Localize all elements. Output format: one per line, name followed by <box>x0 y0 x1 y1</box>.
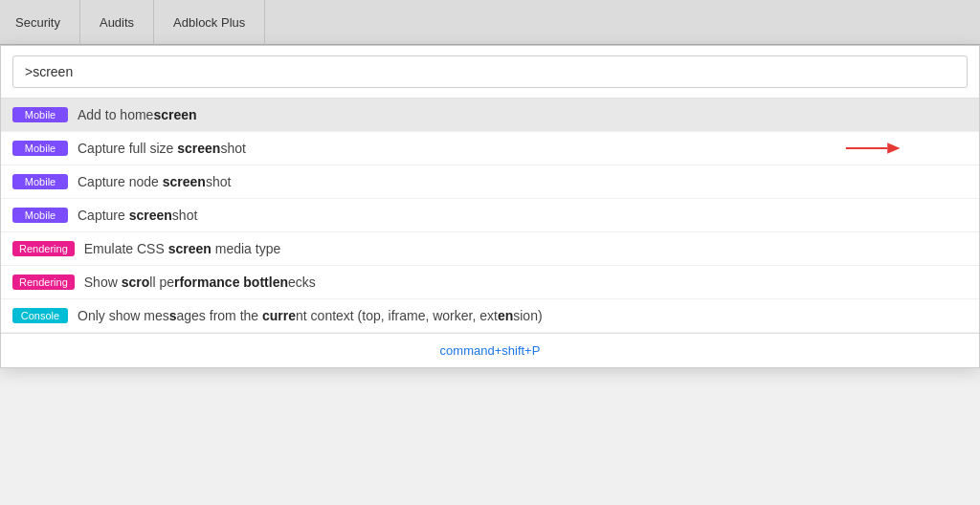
palette-footer: command+shift+P <box>1 333 979 367</box>
tab-security-label: Security <box>15 15 60 30</box>
tab-audits[interactable]: Audits <box>80 0 154 45</box>
list-item[interactable]: Mobile Capture full size screenshot <box>1 132 979 165</box>
badge-rendering: Rendering <box>12 241 75 256</box>
tab-adblock[interactable]: Adblock Plus <box>154 0 265 45</box>
list-item[interactable]: Mobile Capture node screenshot <box>1 165 979 199</box>
results-list: Mobile Add to homescreen Mobile Capture … <box>1 99 979 333</box>
list-item[interactable]: Rendering Show scroll performance bottle… <box>1 266 979 299</box>
tab-audits-label: Audits <box>100 15 134 30</box>
red-arrow-icon <box>845 139 902 158</box>
result-text: Capture full size screenshot <box>78 141 246 156</box>
badge-rendering: Rendering <box>12 274 75 290</box>
badge-mobile: Mobile <box>12 174 68 189</box>
command-palette: Mobile Add to homescreen Mobile Capture … <box>0 45 980 368</box>
result-text: Show scroll performance bottlenecks <box>84 274 316 290</box>
list-item[interactable]: Mobile Add to homescreen <box>1 99 979 132</box>
svg-marker-1 <box>887 143 900 154</box>
result-text: Emulate CSS screen media type <box>84 241 280 256</box>
search-area <box>1 46 979 99</box>
result-text: Only show messages from the current cont… <box>78 308 543 323</box>
badge-mobile: Mobile <box>12 107 68 122</box>
list-item[interactable]: Mobile Capture screenshot <box>1 199 979 232</box>
badge-mobile: Mobile <box>12 208 68 223</box>
shortcut-label: command+shift+P <box>440 343 541 358</box>
list-item[interactable]: Console Only show messages from the curr… <box>1 299 979 333</box>
tab-bar: Security Audits Adblock Plus <box>0 0 980 45</box>
badge-mobile: Mobile <box>12 141 68 156</box>
tab-security[interactable]: Security <box>8 0 80 45</box>
result-text: Capture node screenshot <box>78 174 231 189</box>
badge-console: Console <box>12 308 68 323</box>
result-text: Add to homescreen <box>78 107 197 122</box>
result-text: Capture screenshot <box>78 208 197 223</box>
search-input[interactable] <box>12 55 968 88</box>
list-item[interactable]: Rendering Emulate CSS screen media type <box>1 232 979 266</box>
tab-adblock-label: Adblock Plus <box>173 15 245 30</box>
